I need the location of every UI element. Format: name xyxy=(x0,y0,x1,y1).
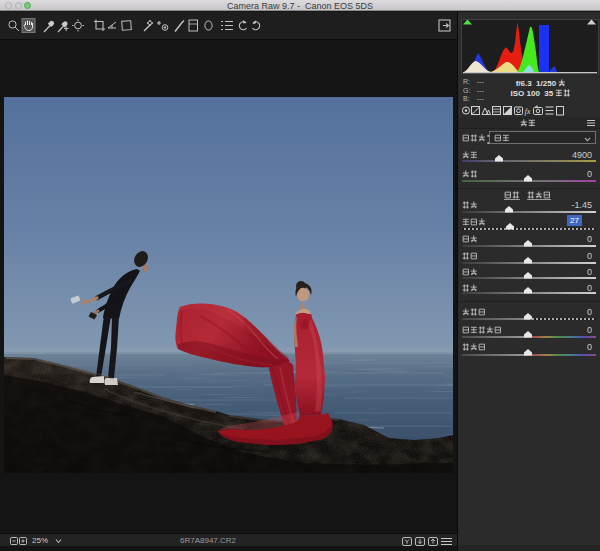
svg-text:fx: fx xyxy=(525,106,531,116)
